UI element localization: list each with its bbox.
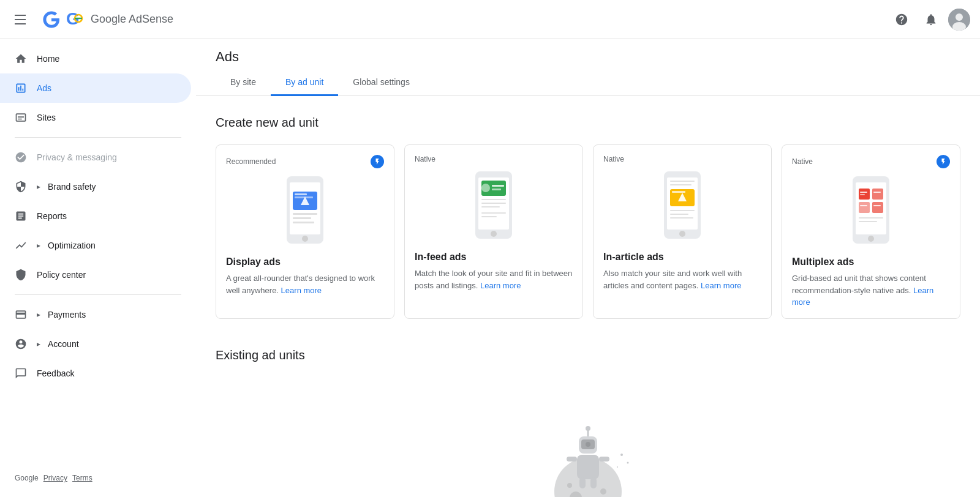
display-card-desc: A great all-rounder that's designed to w… [226,272,384,296]
sidebar-item-sites-label: Sites [37,113,56,122]
in-article-phone-svg [649,168,716,242]
sidebar-item-brand-safety[interactable]: ▸ Brand safety [0,172,191,201]
svg-rect-12 [293,217,311,219]
multiplex-card-badge: Native [792,155,950,168]
main-content: Ads By site By ad unit Global settings C… [196,39,980,497]
sidebar-item-privacy-messaging: Privacy & messaging [0,143,191,172]
display-card-title: Display ads [226,256,384,267]
svg-rect-43 [872,202,883,213]
sidebar-item-payments[interactable]: ▸ Payments [0,300,191,329]
svg-rect-24 [481,212,506,214]
in-article-ads-card[interactable]: Native [593,144,772,319]
svg-rect-46 [873,192,881,193]
menu-button[interactable] [10,7,34,32]
display-phone-svg [271,173,339,247]
sidebar-item-sites[interactable]: Sites [0,103,191,132]
tab-global-settings[interactable]: Global settings [338,70,424,96]
footer-privacy-link[interactable]: Privacy [43,474,67,482]
svg-rect-64 [599,457,609,461]
sidebar-item-feedback[interactable]: Feedback [0,359,191,388]
footer-terms-link[interactable]: Terms [72,474,92,482]
in-article-card-badge: Native [603,155,761,163]
display-ads-card[interactable]: Recommended [216,144,394,319]
existing-section: Existing ad units [216,348,960,498]
multiplex-phone-svg [837,173,905,247]
sidebar-item-optimization-label: Optimization [48,241,96,250]
sidebar-item-home[interactable]: Home [0,44,191,73]
in-feed-badge-text: Native [415,155,435,163]
sidebar-item-ads[interactable]: Ads [0,73,191,103]
tab-by-ad-unit[interactable]: By ad unit [271,70,338,96]
payments-expand-icon: ▸ [37,310,40,319]
svg-rect-47 [860,205,867,206]
help-icon [895,13,908,26]
page-title: Ads [196,39,980,65]
sidebar-item-account[interactable]: ▸ Account [0,329,191,359]
notifications-button[interactable] [919,7,943,32]
in-feed-illustration [415,168,573,242]
sidebar-item-reports[interactable]: Reports [0,201,191,231]
layout: Home Ads Sites [0,39,980,497]
svg-rect-48 [873,205,881,206]
sidebar: Home Ads Sites [0,39,196,497]
sidebar-item-home-label: Home [37,54,59,64]
sidebar-item-ads-label: Ads [37,83,51,93]
privacy-icon [15,151,27,163]
svg-rect-20 [492,189,501,190]
policy-icon [15,269,27,281]
sidebar-item-privacy-label: Privacy & messaging [37,152,117,162]
payments-icon [15,308,27,321]
svg-rect-33 [672,191,685,193]
svg-point-14 [302,236,308,242]
multiplex-ads-card[interactable]: Native [782,144,960,319]
svg-rect-8 [295,193,307,195]
display-learn-more[interactable]: Learn more [281,286,322,295]
home-icon [15,53,27,65]
create-section-title: Create new ad unit [216,116,960,130]
in-feed-learn-more[interactable]: Learn more [480,281,521,290]
in-article-learn-more[interactable]: Learn more [701,281,741,290]
in-feed-ads-card[interactable]: Native [404,144,583,319]
in-article-illustration [603,168,761,242]
multiplex-learn-more[interactable]: Learn more [792,286,933,307]
svg-point-67 [620,454,623,456]
display-illustration [226,173,384,247]
logo-text: Google AdSense [91,13,173,26]
svg-rect-44 [860,192,867,193]
bell-icon [924,13,938,26]
svg-point-60 [586,442,590,447]
brand-safety-icon [15,181,27,193]
content-area: Create new ad unit Recommended [196,96,980,497]
existing-section-title: Existing ad units [216,348,960,362]
optimization-icon [15,239,27,252]
display-badge-text: Recommended [226,157,276,166]
svg-point-69 [617,466,618,468]
help-button[interactable] [889,7,914,32]
svg-rect-65 [579,477,586,488]
multiplex-card-title: Multiplex ads [792,256,950,267]
multiplex-badge-text: Native [792,157,813,166]
svg-rect-21 [481,199,506,200]
multiplex-card-desc: Grid-based ad unit that shows content re… [792,272,950,308]
svg-rect-22 [481,203,506,204]
sidebar-item-reports-label: Reports [37,211,67,221]
display-card-badge: Recommended [226,155,384,168]
sidebar-item-optimization[interactable]: ▸ Optimization [0,231,191,260]
avatar[interactable] [948,9,970,31]
sidebar-item-policy-label: Policy center [37,270,86,280]
multiplex-lightning-badge [937,155,950,168]
svg-rect-25 [481,216,497,217]
ad-unit-cards: Recommended [216,144,960,319]
tab-by-site[interactable]: By site [216,70,271,96]
svg-rect-11 [293,213,317,215]
svg-point-51 [868,236,874,242]
svg-rect-45 [860,194,865,195]
sidebar-item-brand-safety-label: Brand safety [48,182,96,192]
in-feed-card-badge: Native [415,155,573,163]
sidebar-item-policy-center[interactable]: Policy center [0,260,191,290]
robot-illustration [527,397,649,498]
in-feed-card-title: In-feed ads [415,252,573,263]
sidebar-footer: Google Privacy Terms [0,464,196,492]
svg-point-37 [679,231,685,237]
svg-rect-30 [670,184,692,185]
